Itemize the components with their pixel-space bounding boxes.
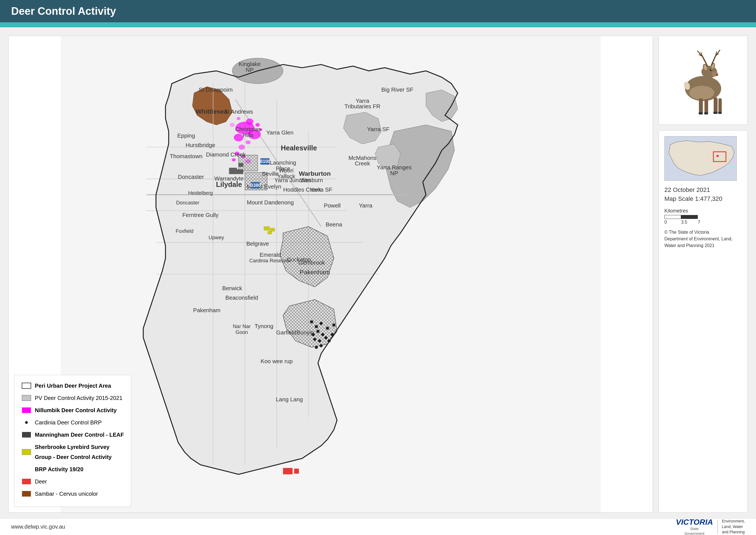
svg-point-51 bbox=[326, 327, 329, 330]
legend-item-deer: Deer bbox=[21, 476, 124, 487]
svg-text:B100: B100 bbox=[260, 159, 270, 164]
page-title: Deer Control Activity bbox=[11, 5, 116, 17]
svg-text:Place: Place bbox=[276, 165, 290, 172]
victoria-logo-text: VICTORIA bbox=[676, 518, 713, 527]
scale-bar-graphic bbox=[664, 215, 742, 219]
svg-text:Garfield: Garfield bbox=[276, 329, 296, 336]
svg-point-140 bbox=[712, 71, 718, 76]
svg-point-56 bbox=[315, 346, 318, 349]
svg-text:Lilydale: Lilydale bbox=[216, 181, 242, 188]
svg-rect-61 bbox=[294, 469, 299, 474]
legend-label-sherbrooke: Sherbrooke Lyrebird Survey Group - Deer … bbox=[35, 442, 124, 462]
svg-text:St Andrews: St Andrews bbox=[224, 108, 253, 115]
inset-map bbox=[664, 136, 737, 181]
legend-label-cardinia: Cardinia Deer Control BRP bbox=[35, 417, 102, 428]
svg-text:NP: NP bbox=[246, 67, 254, 73]
scale-seg-0 bbox=[664, 215, 681, 219]
svg-text:Gembrook: Gembrook bbox=[298, 259, 325, 266]
legend-label-manningham: Manningham Deer Control - LEAF bbox=[35, 430, 124, 440]
svg-text:Bunyip: Bunyip bbox=[296, 329, 314, 336]
legend-item-manningham: Manningham Deer Control - LEAF bbox=[21, 430, 124, 440]
legend-symbol-sambar bbox=[21, 491, 32, 497]
legend-item-pv: PV Deer Control Activity 2015-2021 bbox=[21, 393, 124, 403]
svg-text:Doncaster: Doncaster bbox=[178, 174, 204, 180]
svg-text:Epping: Epping bbox=[177, 132, 195, 139]
svg-rect-136 bbox=[22, 491, 31, 496]
scale-bar: Kilometres 0 3.5 7 bbox=[664, 208, 742, 225]
legend-label-nillumbik: Nillumbik Deer Control Activity bbox=[35, 405, 117, 415]
scale-seg-1 bbox=[681, 215, 698, 219]
svg-text:Warburton: Warburton bbox=[299, 170, 330, 177]
copyright-text: © The State of Victoria Department of En… bbox=[664, 229, 742, 249]
svg-text:Whittlesea: Whittlesea bbox=[196, 108, 228, 115]
svg-point-22 bbox=[246, 119, 253, 125]
scale-num-2: 7 bbox=[698, 220, 714, 225]
svg-text:Creek: Creek bbox=[355, 160, 370, 167]
legend-label-deer: Deer bbox=[35, 476, 47, 487]
svg-text:Upwey: Upwey bbox=[209, 235, 224, 240]
svg-point-31 bbox=[232, 158, 236, 161]
svg-rect-134 bbox=[22, 449, 31, 455]
scale-num-0: 0 bbox=[664, 220, 681, 225]
svg-text:St Disappoim: St Disappoim bbox=[199, 86, 233, 93]
svg-point-25 bbox=[230, 123, 235, 127]
svg-point-166 bbox=[717, 75, 718, 76]
svg-text:Ferntree Gully: Ferntree Gully bbox=[182, 211, 219, 218]
legend-item-peri-urban: Peri Urban Deer Project Area bbox=[21, 381, 124, 391]
svg-point-155 bbox=[689, 86, 714, 100]
svg-text:Yallock: Yallock bbox=[277, 173, 295, 179]
map-info-box: 22 October 2021 Map Scale 1:477,320 Kilo… bbox=[658, 130, 748, 513]
svg-point-132 bbox=[25, 421, 28, 424]
svg-text:Tributaries FR: Tributaries FR bbox=[345, 103, 380, 109]
svg-rect-130 bbox=[22, 395, 31, 401]
svg-text:Big River SF: Big River SF bbox=[381, 86, 413, 93]
svg-text:Beena: Beena bbox=[325, 221, 342, 228]
legend-label-pv: PV Deer Control Activity 2015-2021 bbox=[35, 393, 123, 403]
svg-text:Koo wee rup: Koo wee rup bbox=[261, 358, 293, 364]
svg-point-24 bbox=[246, 140, 251, 144]
svg-point-21 bbox=[234, 134, 243, 141]
svg-text:NP: NP bbox=[390, 170, 398, 176]
map-legend: Peri Urban Deer Project Area PV Dee bbox=[14, 375, 131, 507]
svg-point-48 bbox=[316, 330, 320, 333]
svg-point-50 bbox=[321, 333, 324, 336]
svg-rect-160 bbox=[699, 112, 703, 114]
legend-symbol-cardinia bbox=[21, 419, 32, 426]
svg-rect-60 bbox=[283, 468, 293, 474]
legend-symbol-pv bbox=[21, 395, 32, 401]
map-date: 22 October 2021 bbox=[664, 186, 742, 194]
legend-symbol-nillumbik bbox=[21, 407, 32, 413]
svg-text:Cardinia Reservoir: Cardinia Reservoir bbox=[249, 258, 291, 264]
svg-rect-158 bbox=[714, 98, 717, 113]
svg-text:Yarra: Yarra bbox=[359, 202, 373, 209]
footer: www.delwp.vic.gov.au VICTORIA State Gove… bbox=[0, 518, 756, 535]
victoria-logo-container: VICTORIA State Government bbox=[676, 518, 713, 535]
svg-rect-131 bbox=[22, 408, 31, 413]
svg-point-45 bbox=[310, 320, 313, 324]
svg-rect-135 bbox=[22, 479, 31, 484]
scale-num-1: 3.5 bbox=[681, 220, 698, 225]
svg-rect-157 bbox=[705, 99, 708, 114]
legend-symbol-brp-none bbox=[21, 466, 32, 473]
svg-text:Thomastown: Thomastown bbox=[170, 153, 203, 159]
svg-text:Pakenham: Pakenham bbox=[193, 307, 220, 313]
svg-text:Hurstbridge: Hurstbridge bbox=[186, 142, 215, 148]
map-container: Kinglake NP St Disappoim Whittlesea St A… bbox=[8, 36, 653, 513]
svg-rect-162 bbox=[714, 112, 717, 114]
svg-rect-42 bbox=[264, 226, 270, 230]
svg-rect-133 bbox=[22, 432, 31, 437]
legend-symbol-sherbrooke bbox=[21, 449, 32, 455]
svg-text:Mount Dandenong: Mount Dandenong bbox=[247, 199, 294, 206]
svg-text:Tynong: Tynong bbox=[255, 323, 273, 329]
svg-text:B380: B380 bbox=[250, 183, 261, 188]
svg-text:Powell: Powell bbox=[324, 202, 341, 209]
victoria-subtitle: State Government bbox=[676, 527, 713, 535]
svg-rect-33 bbox=[229, 168, 237, 174]
logo-divider bbox=[717, 520, 718, 534]
legend-item-sambar: Sambar - Cervus unicolor bbox=[21, 489, 124, 499]
svg-point-55 bbox=[320, 344, 323, 347]
svg-rect-159 bbox=[718, 98, 722, 113]
legend-label-peri-urban: Peri Urban Deer Project Area bbox=[35, 381, 111, 391]
svg-rect-156 bbox=[699, 98, 703, 114]
legend-item-cardinia: Cardinia Deer Control BRP bbox=[21, 417, 124, 428]
